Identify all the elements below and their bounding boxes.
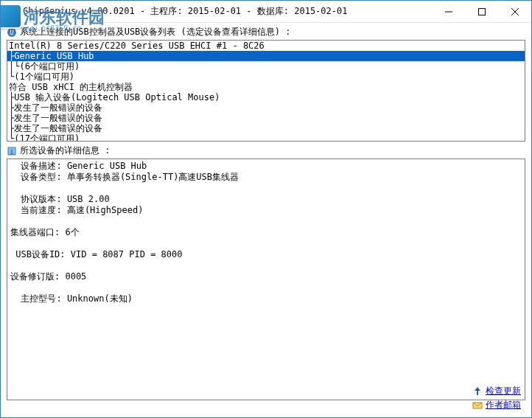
svg-rect-2 — [10, 10, 15, 14]
window-controls — [432, 1, 531, 23]
maximize-button[interactable] — [465, 1, 498, 23]
usb-icon: U — [7, 27, 17, 38]
tree-row[interactable]: ├Generic USB Hub — [7, 51, 525, 61]
app-icon — [7, 6, 18, 18]
update-icon — [472, 386, 483, 397]
svg-text:U: U — [10, 29, 14, 36]
window-title: ChipGenius v4.00.0201 - 主程序: 2015-02-01 … — [23, 5, 432, 18]
detail-panel[interactable]: 设备描述: Generic USB Hub 设备类型: 单事务转换器(Singl… — [7, 159, 525, 400]
detail-header-text: 所选设备的详细信息 : — [20, 144, 110, 157]
minimize-button[interactable] — [432, 1, 465, 23]
check-update-label: 检查更新 — [486, 385, 521, 397]
detail-header: i 所选设备的详细信息 : — [7, 144, 525, 157]
check-update-link[interactable]: 检查更新 — [472, 385, 521, 397]
tree-row[interactable]: ├发生了一般错误的设备 — [7, 123, 525, 133]
tree-row[interactable]: └(17个端口可用) — [7, 133, 525, 142]
close-button[interactable] — [498, 1, 531, 23]
tree-row[interactable]: │└(6个端口可用) — [7, 61, 525, 72]
device-list-header: U 系统上连接的USB控制器及USB设备列表 (选定设备查看详细信息) : — [7, 26, 525, 38]
mail-icon — [472, 400, 483, 411]
main-content: U 系统上连接的USB控制器及USB设备列表 (选定设备查看详细信息) : In… — [1, 23, 531, 400]
tree-row[interactable]: ├发生了一般错误的设备 — [7, 113, 525, 123]
svg-text:i: i — [10, 148, 13, 156]
tree-row[interactable]: Intel(R) 8 Series/C220 Series USB EHCI #… — [7, 41, 525, 51]
tree-row[interactable]: 符合 USB xHCI 的主机控制器 — [7, 82, 525, 92]
svg-rect-4 — [478, 8, 485, 15]
footer-links: 检查更新 作者邮箱 — [472, 385, 521, 413]
author-mail-link[interactable]: 作者邮箱 — [472, 399, 521, 411]
device-list-header-text: 系统上连接的USB控制器及USB设备列表 (选定设备查看详细信息) : — [20, 26, 290, 38]
title-bar: ChipGenius v4.00.0201 - 主程序: 2015-02-01 … — [1, 1, 531, 23]
tree-row[interactable]: ├USB 输入设备(Logitech USB Optical Mouse) — [7, 92, 525, 102]
author-mail-label: 作者邮箱 — [486, 399, 521, 411]
info-icon: i — [7, 146, 17, 156]
device-tree[interactable]: Intel(R) 8 Series/C220 Series USB EHCI #… — [7, 40, 525, 142]
tree-row[interactable]: ├发生了一般错误的设备 — [7, 102, 525, 113]
tree-row[interactable]: └(1个端口可用) — [7, 72, 525, 82]
